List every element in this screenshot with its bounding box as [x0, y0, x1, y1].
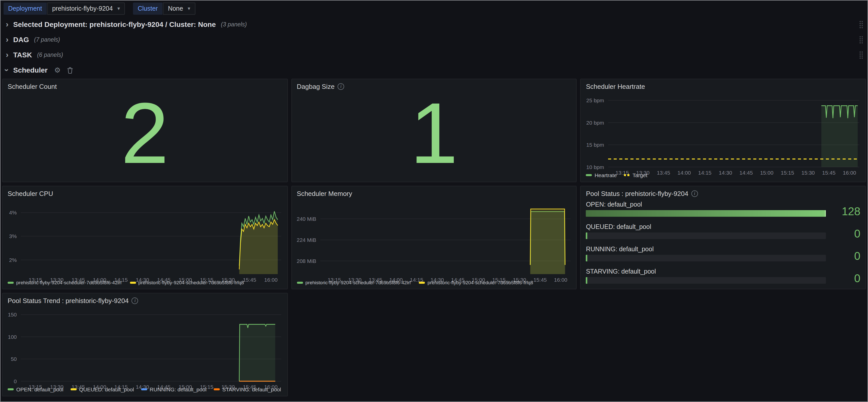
row-title: Selected Deployment: prehistoric-flyby-9…: [13, 20, 216, 28]
panel-header[interactable]: Scheduler Memory: [291, 186, 576, 199]
cpu-legend: prehistoric-flyby-9204-scheduler-7d69b5f…: [3, 280, 287, 289]
pool-gauge-row: RUNNING: default_pool 0: [586, 246, 860, 261]
info-icon[interactable]: [338, 83, 344, 90]
panel-title: Scheduler Heartrate: [586, 83, 645, 90]
drag-handle-icon[interactable]: [859, 20, 863, 29]
pool-status-body: OPEN: default_pool 128 QUEUED: default_p…: [581, 199, 865, 289]
pool-gauge-row: OPEN: default_pool 128: [586, 201, 860, 217]
legend-item[interactable]: OPEN: default_pool: [8, 386, 63, 392]
row-scheduler[interactable]: Scheduler ⚙: [0, 62, 868, 78]
info-icon[interactable]: [691, 190, 698, 197]
pool-gauge-label: QUEUED: default_pool: [586, 223, 826, 230]
grafana-dashboard: Deployment prehistoric-flyby-9204 Cluste…: [0, 0, 868, 402]
panel-header[interactable]: Pool Status Trend : prehistoric-flyby-92…: [3, 293, 287, 306]
panel-title: Scheduler CPU: [8, 190, 53, 197]
deployment-variable-select[interactable]: prehistoric-flyby-9204: [47, 2, 125, 14]
legend-item[interactable]: prehistoric-flyby-9204-scheduler-7d69b5f…: [130, 280, 244, 285]
legend-swatch-icon: [624, 174, 630, 176]
row-selected-deployment[interactable]: Selected Deployment: prehistoric-flyby-9…: [0, 17, 868, 32]
pool-gauge-label: STARVING: default_pool: [586, 268, 826, 275]
pool-gauge-value: 0: [831, 228, 860, 240]
svg-text:10 bpm: 10 bpm: [587, 164, 604, 170]
pool-gauge-fill: [586, 277, 588, 284]
legend-item[interactable]: prehistoric-flyby-9204-scheduler-7d69b5f…: [419, 280, 533, 285]
legend-item[interactable]: STARVING: default_pool: [214, 386, 281, 392]
panel-scheduler-count: Scheduler Count 2: [2, 79, 287, 182]
deployment-variable-value: prehistoric-flyby-9204: [52, 5, 113, 12]
pool-gauge-track: [586, 233, 826, 239]
legend-item[interactable]: RUNNING: default_pool: [141, 386, 207, 392]
chart-canvas: 05010015013:1513:3013:4514:0014:1514:301…: [3, 306, 287, 392]
svg-text:50: 50: [11, 356, 17, 362]
pool-trend-chart[interactable]: 05010015013:1513:3013:4514:0014:1514:301…: [3, 306, 287, 386]
pool-gauge-fill: [586, 233, 588, 239]
legend-swatch-icon: [419, 281, 425, 283]
panel-header[interactable]: Pool Status : prehistoric-flyby-9204: [581, 186, 865, 199]
legend-item[interactable]: Heartrate: [586, 172, 617, 178]
svg-text:224 MiB: 224 MiB: [297, 237, 316, 243]
panel-title: Pool Status : prehistoric-flyby-9204: [586, 190, 688, 197]
cluster-variable-label: Cluster: [133, 2, 162, 14]
row-title: DAG: [13, 35, 29, 44]
pool-gauge-value: 0: [831, 273, 860, 284]
cluster-variable-select[interactable]: None: [163, 2, 195, 14]
legend-item[interactable]: prehistoric-flyby-9204-scheduler-7d69b5f…: [297, 280, 411, 285]
row-settings-button[interactable]: ⚙: [54, 66, 60, 73]
svg-text:150: 150: [8, 312, 17, 317]
row-panel-count: (3 panels): [221, 21, 247, 27]
cluster-variable: Cluster None: [133, 2, 195, 14]
stat-value: 1: [410, 92, 458, 176]
legend-label: Target: [632, 172, 647, 178]
row-dag[interactable]: DAG (7 panels): [0, 32, 868, 47]
legend-item[interactable]: Target: [624, 172, 647, 178]
chevron-down-icon: [188, 6, 190, 11]
legend-label: QUEUED: default_pool: [79, 386, 134, 392]
drag-handle-icon[interactable]: [859, 35, 863, 44]
pool-gauge-track: [586, 255, 826, 261]
stat-body: 1: [291, 92, 576, 182]
chart-canvas: 10 bpm15 bpm20 bpm25 bpm13:1513:3013:451…: [581, 92, 866, 178]
panel-header[interactable]: Dagbag Size: [291, 79, 576, 92]
stat-value: 2: [121, 92, 169, 176]
pool-gauge-left: RUNNING: default_pool: [586, 246, 826, 261]
pool-gauge-row: QUEUED: default_pool 0: [586, 223, 860, 239]
chart-canvas: 208 MiB224 MiB240 MiB13:1513:3013:4514:0…: [291, 199, 577, 285]
panel-title: Scheduler Count: [8, 83, 57, 90]
panel-pool-status-trend: Pool Status Trend : prehistoric-flyby-92…: [2, 293, 287, 396]
info-icon[interactable]: [132, 298, 138, 304]
svg-text:4%: 4%: [9, 210, 17, 215]
chevron-down-icon: [5, 66, 10, 74]
chevron-right-icon: [5, 51, 10, 59]
legend-swatch-icon: [8, 281, 14, 283]
panel-scheduler-heartrate: Scheduler Heartrate 10 bpm15 bpm20 bpm25…: [581, 79, 866, 182]
svg-text:240 MiB: 240 MiB: [297, 216, 316, 222]
panel-pool-status: Pool Status : prehistoric-flyby-9204 OPE…: [581, 186, 866, 289]
row-task[interactable]: TASK (6 panels): [0, 47, 868, 62]
svg-text:25 bpm: 25 bpm: [587, 97, 604, 103]
panel-title: Pool Status Trend : prehistoric-flyby-92…: [8, 297, 129, 305]
legend-item[interactable]: QUEUED: default_pool: [70, 386, 134, 392]
legend-swatch-icon: [130, 281, 136, 283]
pool-gauge-left: STARVING: default_pool: [586, 268, 826, 284]
legend-swatch-icon: [141, 388, 147, 390]
panel-header[interactable]: Scheduler CPU: [3, 186, 287, 199]
gear-icon: ⚙: [54, 66, 60, 73]
cpu-chart[interactable]: 2%3%4%13:1513:3013:4514:0014:1514:3014:4…: [3, 199, 287, 280]
panel-header[interactable]: Scheduler Heartrate: [581, 79, 865, 92]
legend-label: prehistoric-flyby-9204-scheduler-7d69b5f…: [305, 280, 411, 285]
memory-chart[interactable]: 208 MiB224 MiB240 MiB13:1513:3013:4514:0…: [291, 199, 576, 280]
pool-gauge-track: [586, 277, 826, 284]
heartrate-chart[interactable]: 10 bpm15 bpm20 bpm25 bpm13:1513:3013:451…: [581, 92, 865, 172]
panel-dagbag-size: Dagbag Size 1: [291, 79, 577, 182]
legend-item[interactable]: prehistoric-flyby-9204-scheduler-7d69b5f…: [8, 280, 122, 285]
row-delete-button[interactable]: [67, 67, 73, 73]
stat-body: 2: [3, 92, 287, 182]
legend-label: prehistoric-flyby-9204-scheduler-7d69b5f…: [138, 280, 244, 285]
svg-text:0: 0: [14, 378, 17, 384]
drag-handle-icon[interactable]: [859, 51, 863, 59]
panel-header[interactable]: Scheduler Count: [3, 79, 287, 92]
trash-icon: [67, 67, 73, 73]
pool-gauge-fill: [586, 210, 826, 217]
svg-text:3%: 3%: [9, 233, 17, 239]
pool-gauge-value: 128: [831, 206, 860, 217]
